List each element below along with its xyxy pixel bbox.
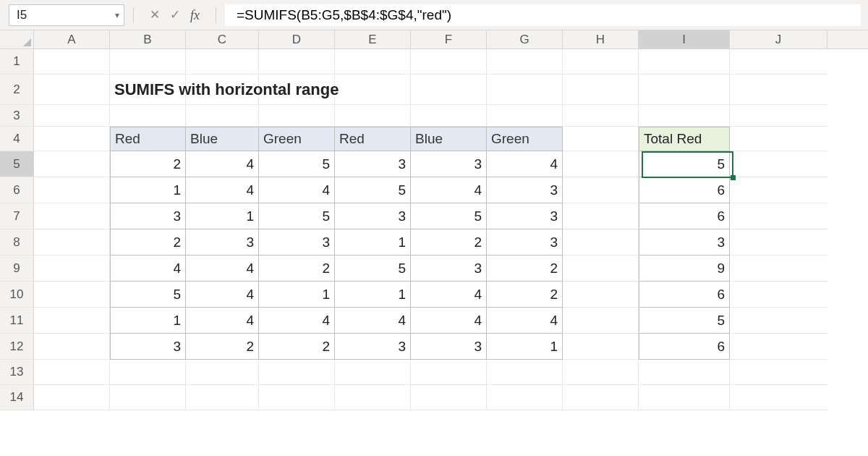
cell[interactable]: 3 [411,151,487,177]
cell[interactable]: 1 [487,334,563,360]
cell[interactable]: 1 [259,282,335,308]
cell[interactable] [730,360,827,385]
cell[interactable] [335,360,411,385]
total-cell[interactable]: 6 [639,203,730,229]
cell[interactable] [34,177,110,203]
table-header[interactable]: Green [259,127,335,151]
cell[interactable] [730,229,827,256]
cell[interactable]: 4 [411,282,487,308]
cell[interactable]: 4 [259,308,335,334]
enter-icon[interactable]: ✓ [170,9,180,21]
row-header-11[interactable]: 11 [0,308,34,334]
cell[interactable]: 3 [186,229,259,256]
cell[interactable] [411,75,487,105]
cell[interactable] [563,75,639,105]
cell[interactable] [730,177,827,203]
total-cell[interactable]: 3 [639,229,730,256]
cell[interactable] [563,256,639,282]
col-header-C[interactable]: C [186,30,259,48]
fill-handle[interactable] [731,175,736,180]
cell[interactable]: 5 [411,203,487,229]
cell[interactable] [411,360,487,385]
cell[interactable] [34,282,110,308]
cell[interactable] [335,385,411,410]
cell[interactable] [186,360,259,385]
total-cell[interactable]: 5 [639,151,730,177]
cell[interactable] [563,385,639,410]
cell[interactable]: 1 [186,203,259,229]
cell[interactable]: 3 [110,334,186,360]
fx-icon[interactable]: fx [190,9,200,22]
cell[interactable] [34,203,110,229]
cell[interactable] [34,127,110,151]
cell[interactable]: 2 [186,334,259,360]
cell[interactable] [639,49,730,75]
cell[interactable]: 5 [259,151,335,177]
cell[interactable] [563,282,639,308]
row-header-10[interactable]: 10 [0,282,34,308]
table-header[interactable]: Blue [186,127,259,151]
cell[interactable] [110,385,186,410]
cell[interactable] [730,385,827,410]
cell[interactable] [730,151,827,177]
cancel-icon[interactable]: ✕ [150,9,160,21]
col-header-G[interactable]: G [487,30,563,48]
cell[interactable] [335,105,411,127]
cell[interactable]: 1 [110,308,186,334]
cell[interactable]: 5 [259,203,335,229]
cell[interactable]: 4 [487,151,563,177]
cell[interactable] [110,49,186,75]
row-header-1[interactable]: 1 [0,49,34,75]
cell[interactable] [730,308,827,334]
cell[interactable] [411,49,487,75]
cell[interactable] [34,105,110,127]
cell[interactable] [563,229,639,256]
cell[interactable] [563,203,639,229]
cell[interactable]: 5 [335,177,411,203]
cell[interactable] [563,127,639,151]
cell[interactable] [34,229,110,256]
cell[interactable] [563,151,639,177]
cell[interactable] [487,75,563,105]
cell[interactable] [34,49,110,75]
col-header-I[interactable]: I [639,30,730,48]
cell[interactable] [34,75,110,105]
cell[interactable]: 3 [487,203,563,229]
row-header-8[interactable]: 8 [0,229,34,256]
cell[interactable] [186,385,259,410]
cell[interactable] [563,49,639,75]
cell[interactable] [639,385,730,410]
cell[interactable] [730,203,827,229]
table-header[interactable]: Blue [411,127,487,151]
cell[interactable] [186,105,259,127]
cell[interactable] [730,334,827,360]
cell[interactable]: 3 [110,203,186,229]
cell[interactable] [186,49,259,75]
total-cell[interactable]: 6 [639,334,730,360]
cell[interactable] [639,105,730,127]
cell[interactable] [730,105,827,127]
cell[interactable] [259,49,335,75]
col-header-F[interactable]: F [411,30,487,48]
cell[interactable]: 2 [487,256,563,282]
cell[interactable]: 2 [259,256,335,282]
cell[interactable]: 3 [411,256,487,282]
row-header-3[interactable]: 3 [0,105,34,127]
row-header-6[interactable]: 6 [0,177,34,203]
cell[interactable] [411,105,487,127]
cell[interactable] [259,385,335,410]
cell[interactable]: 4 [259,177,335,203]
row-header-12[interactable]: 12 [0,334,34,360]
cell[interactable] [335,75,411,105]
cell[interactable] [487,385,563,410]
row-header-13[interactable]: 13 [0,360,34,385]
col-header-A[interactable]: A [34,30,110,48]
cell[interactable]: 2 [487,282,563,308]
cell[interactable] [34,256,110,282]
cell[interactable]: 4 [411,308,487,334]
cell[interactable] [730,256,827,282]
cell[interactable] [259,360,335,385]
formula-input[interactable] [237,7,861,23]
select-all-triangle-icon[interactable] [0,30,34,48]
cell[interactable]: 2 [411,229,487,256]
